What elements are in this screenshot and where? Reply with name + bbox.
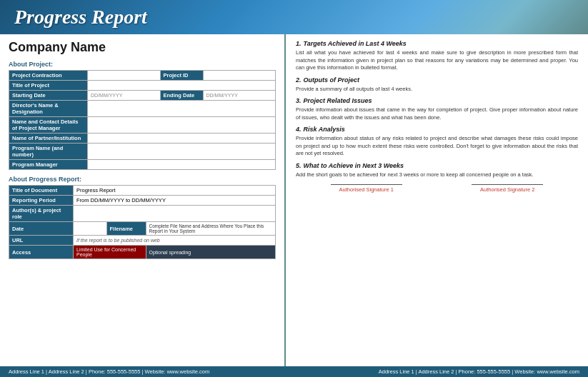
- value-partner-institution[interactable]: [88, 134, 276, 144]
- project-table: Project Contraction Project ID Title of …: [9, 70, 276, 170]
- value-title-doc[interactable]: Progress Report: [74, 186, 276, 196]
- header: Progress Report: [0, 0, 588, 34]
- label-program-name: Program Name (and number): [9, 144, 88, 160]
- section-4-body: Provide information about status of any …: [296, 135, 578, 158]
- value-access-limited: Limited Use for Concerned People: [74, 246, 146, 259]
- table-row: Title of Document Progress Report: [9, 186, 276, 196]
- signatures-area: Authorised Signature 1 Authorised Signat…: [296, 184, 578, 193]
- about-project-label: About Project:: [9, 61, 276, 68]
- section-5-heading: 5.What to Achieve in Next 3 Weeks: [296, 162, 578, 169]
- main-content: Company Name About Project: Project Cont…: [0, 34, 588, 366]
- label-project-contraction: Project Contraction: [9, 71, 88, 81]
- value-directors-name[interactable]: [88, 101, 276, 117]
- label-ending-date: Ending Date: [160, 91, 203, 101]
- value-project-manager-contact[interactable]: [88, 117, 276, 134]
- label-project-id: Project ID: [160, 71, 203, 81]
- table-row: Reporting Period From DD/MM/YYYY to DD/M…: [9, 196, 276, 206]
- label-title-of-project: Title of Project: [9, 81, 88, 91]
- section-4-heading: 4.Risk Analysis: [296, 126, 578, 133]
- label-partner-institution: Name of Partner/Institution: [9, 134, 88, 144]
- signature-1: Authorised Signature 1: [331, 184, 402, 193]
- sig-label-1: Authorised Signature 1: [331, 186, 402, 193]
- value-title-of-project[interactable]: [88, 81, 276, 91]
- section-3: 3.Project Related Issues Provide informa…: [296, 97, 578, 121]
- section-5: 5.What to Achieve in Next 3 Weeks Add th…: [296, 162, 578, 179]
- section-4: 4.Risk Analysis Provide information abou…: [296, 126, 578, 158]
- value-author[interactable]: [74, 206, 276, 222]
- section-3-heading: 3.Project Related Issues: [296, 97, 578, 104]
- label-starting-date: Starting Date: [9, 91, 88, 101]
- table-row: Name and Contact Details of Project Mana…: [9, 117, 276, 134]
- page-title: Progress Report: [14, 6, 574, 29]
- sig-line-1: [331, 184, 402, 185]
- value-project-contraction[interactable]: [88, 71, 161, 81]
- signature-2: Authorised Signature 2: [472, 184, 543, 193]
- value-access-optional: Optional spreading: [146, 246, 276, 259]
- label-date: Date: [9, 222, 74, 236]
- table-row: Title of Project: [9, 81, 276, 91]
- footer-right: Address Line 1 | Address Line 2 | Phone:…: [379, 368, 579, 375]
- label-url: URL: [9, 236, 74, 246]
- table-row: Program Manager: [9, 160, 276, 170]
- report-table: Title of Document Progress Report Report…: [9, 185, 276, 259]
- value-url[interactable]: If the report is to be published on web: [74, 236, 276, 246]
- about-report-label: About Progress Report:: [9, 176, 276, 183]
- value-filename[interactable]: Complete File Name and Address Where You…: [146, 222, 276, 236]
- value-date[interactable]: [74, 222, 107, 236]
- value-starting-date[interactable]: DD/MM/YYYY: [88, 91, 161, 101]
- label-filename: Filename: [106, 222, 146, 236]
- table-row: Author(s) & project role: [9, 206, 276, 222]
- value-program-name[interactable]: [88, 144, 276, 160]
- table-row: Program Name (and number): [9, 144, 276, 160]
- value-project-id[interactable]: [203, 71, 276, 81]
- label-directors-name: Director's Name & Designation: [9, 101, 88, 117]
- table-row: Starting Date DD/MM/YYYY Ending Date DD/…: [9, 91, 276, 101]
- company-name: Company Name: [9, 40, 276, 55]
- value-program-manager[interactable]: [88, 160, 276, 170]
- table-row: Date Filename Complete File Name and Add…: [9, 222, 276, 236]
- section-5-body: Add the short goals to be achieved for n…: [296, 171, 578, 179]
- section-1-heading: 1.Targets Achieved in Last 4 Weeks: [296, 40, 578, 47]
- section-3-body: Provide information about issues that ca…: [296, 106, 578, 121]
- table-row: Project Contraction Project ID: [9, 71, 276, 81]
- right-panel: 1.Targets Achieved in Last 4 Weeks List …: [286, 34, 588, 366]
- table-row: Name of Partner/Institution: [9, 134, 276, 144]
- value-ending-date[interactable]: DD/MM/YYYY: [203, 91, 276, 101]
- section-2-body: Provide a summary of all outputs of last…: [296, 86, 578, 94]
- section-2: 2.Outputs of Project Provide a summary o…: [296, 76, 578, 94]
- sig-label-2: Authorised Signature 2: [472, 186, 543, 193]
- label-project-manager-contact: Name and Contact Details of Project Mana…: [9, 117, 88, 134]
- table-row: Director's Name & Designation: [9, 101, 276, 117]
- label-author: Author(s) & project role: [9, 206, 74, 222]
- section-1-body: List all what you have achieved for last…: [296, 49, 578, 72]
- table-row: Access Limited Use for Concerned People …: [9, 246, 276, 259]
- left-panel: Company Name About Project: Project Cont…: [0, 34, 286, 366]
- footer: Address Line 1 | Address Line 2 | Phone:…: [0, 366, 588, 377]
- sig-line-2: [472, 184, 543, 185]
- label-program-manager: Program Manager: [9, 160, 88, 170]
- section-1: 1.Targets Achieved in Last 4 Weeks List …: [296, 40, 578, 72]
- footer-left: Address Line 1 | Address Line 2 | Phone:…: [9, 368, 209, 375]
- label-reporting-period: Reporting Period: [9, 196, 74, 206]
- value-reporting-period[interactable]: From DD/MM/YYYY to DD/MM/YYYY: [74, 196, 276, 206]
- section-2-heading: 2.Outputs of Project: [296, 76, 578, 84]
- label-title-doc: Title of Document: [9, 186, 74, 196]
- label-access: Access: [9, 246, 74, 259]
- table-row: URL If the report is to be published on …: [9, 236, 276, 246]
